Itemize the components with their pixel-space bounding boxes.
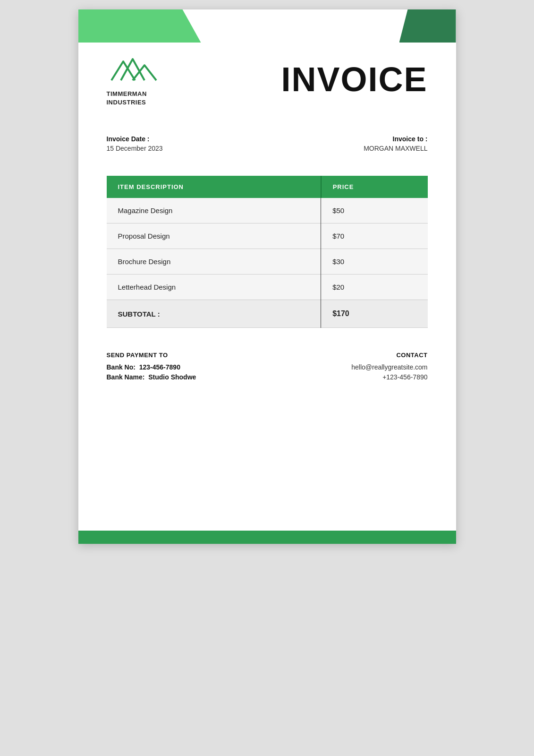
payment-section-title: SEND PAYMENT TO (107, 352, 196, 359)
bottom-bar (78, 531, 456, 544)
invoice-page: TIMMERMAN INDUSTRIES INVOICE Invoice Dat… (78, 9, 456, 544)
col2-header: PRICE (321, 176, 428, 198)
invoice-to-label: Invoice to : (364, 135, 427, 143)
payment-left: SEND PAYMENT TO Bank No: 123-456-7890 Ba… (107, 352, 196, 383)
contact-phone: +123-456-7890 (351, 373, 427, 381)
header-section: TIMMERMAN INDUSTRIES INVOICE (107, 52, 428, 107)
subtotal-row: SUBTOTAL : $170 (107, 300, 428, 328)
table-body: Magazine Design $50 Proposal Design $70 … (107, 198, 428, 328)
item-description: Magazine Design (107, 198, 321, 223)
main-content: TIMMERMAN INDUSTRIES INVOICE Invoice Dat… (78, 9, 456, 412)
item-description: Brochure Design (107, 249, 321, 275)
item-price: $70 (321, 223, 428, 249)
invoice-date-label: Invoice Date : (107, 135, 163, 143)
contact-section-title: CONTACT (351, 352, 427, 359)
contact-email: hello@reallygreatsite.com (351, 363, 427, 371)
item-description: Letterhead Design (107, 275, 321, 300)
invoice-meta: Invoice Date : 15 December 2023 Invoice … (107, 135, 428, 152)
company-logo-icon (107, 52, 163, 85)
subtotal-label: SUBTOTAL : (107, 300, 321, 328)
item-price: $30 (321, 249, 428, 275)
bank-name-row: Bank Name: Studio Shodwe (107, 373, 196, 381)
bank-name-value: Studio Shodwe (148, 373, 196, 381)
invoice-to-block: Invoice to : MORGAN MAXWELL (364, 135, 427, 152)
col1-header: ITEM DESCRIPTION (107, 176, 321, 198)
invoice-date-value: 15 December 2023 (107, 145, 163, 152)
item-price: $20 (321, 275, 428, 300)
item-price: $50 (321, 198, 428, 223)
contact-section: CONTACT hello@reallygreatsite.com +123-4… (351, 352, 427, 383)
subtotal-value: $170 (321, 300, 428, 328)
invoice-title: INVOICE (281, 62, 427, 96)
invoice-table: ITEM DESCRIPTION PRICE Magazine Design $… (107, 176, 428, 328)
table-row: Letterhead Design $20 (107, 275, 428, 300)
bank-no-row: Bank No: 123-456-7890 (107, 363, 196, 371)
company-name: TIMMERMAN INDUSTRIES (107, 90, 147, 107)
invoice-date-block: Invoice Date : 15 December 2023 (107, 135, 163, 152)
payment-footer: SEND PAYMENT TO Bank No: 123-456-7890 Ba… (107, 352, 428, 383)
invoice-to-value: MORGAN MAXWELL (364, 145, 427, 152)
table-row: Brochure Design $30 (107, 249, 428, 275)
bank-no-value: 123-456-7890 (139, 363, 180, 371)
table-row: Proposal Design $70 (107, 223, 428, 249)
company-area: TIMMERMAN INDUSTRIES (107, 52, 163, 107)
table-header: ITEM DESCRIPTION PRICE (107, 176, 428, 198)
table-row: Magazine Design $50 (107, 198, 428, 223)
item-description: Proposal Design (107, 223, 321, 249)
